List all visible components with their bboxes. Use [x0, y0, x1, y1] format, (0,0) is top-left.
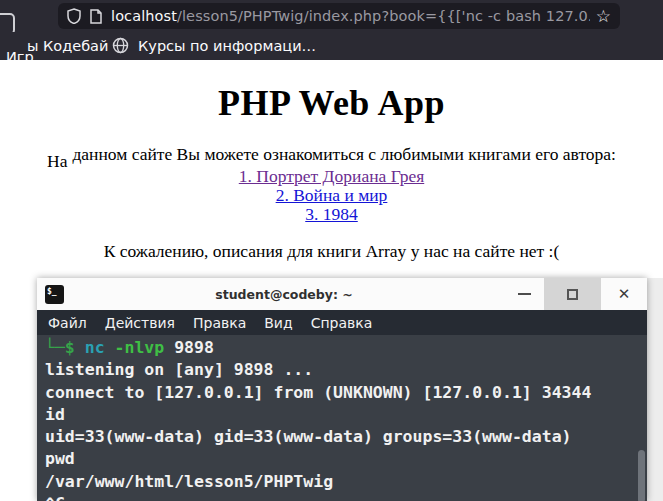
terminal-scrollbar-thumb[interactable] — [638, 450, 645, 501]
menu-file[interactable]: Файл — [46, 315, 89, 331]
terminal-line: uid=33(www-data) gid=33(www-data) groups… — [45, 427, 647, 449]
terminal-line: /var/www/html/lesson5/PHPTwig — [45, 472, 647, 494]
url-text: localhost/lesson5/PHPTwig/index.php?book… — [111, 8, 590, 24]
terminal-window: $_ student@codeby: ~ ✕ Файл Действия Пра… — [37, 278, 647, 501]
terminal-menubar: Файл Действия Правка Вид Справка — [37, 310, 647, 335]
terminal-command-line: └─$ nc -nlvp 9898 — [45, 338, 647, 360]
terminal-right-margin — [647, 278, 663, 501]
book-link-dorian-gray[interactable]: 1. Портрет Дориана Грея — [0, 166, 663, 187]
book-link-1984[interactable]: 3. 1984 — [0, 204, 663, 225]
command-flags: -nlvp — [115, 338, 175, 357]
intro-rest: данном сайте Вы можете ознакомиться с лю… — [72, 144, 616, 164]
terminal-output[interactable]: └─$ nc -nlvp 9898 listening on [any] 989… — [37, 335, 647, 501]
terminal-line: connect to [127.0.0.1] from (UNKNOWN) [1… — [45, 383, 647, 405]
browser-toolbar: localhost/lesson5/PHPTwig/index.php?book… — [0, 0, 663, 32]
bookmark-courses[interactable]: Курсы по информаци… — [138, 38, 316, 54]
shell-prompt: └─$ — [45, 338, 85, 357]
terminal-titlebar[interactable]: $_ student@codeby: ~ ✕ — [37, 278, 647, 310]
command-nc: nc — [85, 338, 115, 357]
menu-help[interactable]: Справка — [309, 315, 375, 331]
bookmark-star-icon[interactable]: ☆ — [596, 8, 611, 25]
minimize-icon — [518, 293, 531, 295]
terminal-line: ^C — [45, 494, 647, 501]
terminal-line: listening on [any] 9898 ... — [45, 360, 647, 382]
command-port: 9898 — [174, 338, 214, 357]
menu-actions[interactable]: Действия — [103, 315, 177, 331]
menu-view[interactable]: Вид — [262, 315, 294, 331]
menu-edit[interactable]: Правка — [191, 315, 248, 331]
minimize-button[interactable] — [504, 278, 544, 310]
page-title: PHP Web App — [0, 82, 663, 124]
globe-icon[interactable] — [112, 37, 129, 58]
book-not-found-text: К сожалению, описания для книги Array у … — [0, 241, 663, 262]
screen: localhost/lesson5/PHPTwig/index.php?book… — [0, 0, 663, 501]
terminal-title: student@codeby: ~ — [64, 287, 504, 302]
terminal-app-icon: $_ — [45, 285, 64, 304]
url-bar[interactable]: localhost/lesson5/PHPTwig/index.php?book… — [58, 3, 620, 29]
bookmark-codeby[interactable]: ы Кодебай — [27, 38, 108, 54]
page-info-icon[interactable] — [90, 9, 102, 24]
maximize-button[interactable] — [544, 278, 601, 310]
intro-text: Наданном сайте Вы можете ознакомиться с … — [0, 144, 663, 165]
terminal-line: pwd — [45, 449, 647, 471]
book-link-war-and-peace[interactable]: 2. Война и мир — [0, 185, 663, 206]
maximize-icon — [567, 289, 578, 300]
url-path: /lesson5/PHPTwig/index.php?book={{['nc -… — [177, 8, 590, 24]
terminal-line: id — [45, 405, 647, 427]
close-button[interactable]: ✕ — [601, 278, 647, 310]
shield-icon[interactable] — [67, 8, 81, 24]
url-host: localhost — [111, 8, 177, 24]
